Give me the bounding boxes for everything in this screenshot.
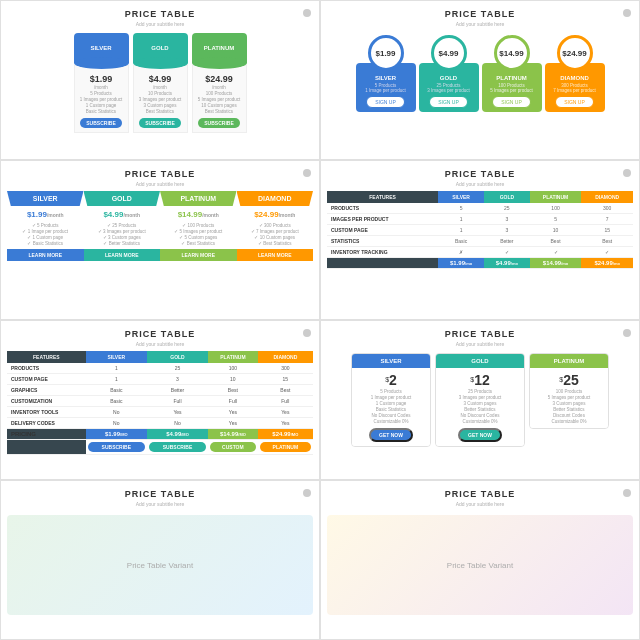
p8-placeholder: Price Table Variant: [447, 561, 513, 570]
panel-8-title: PRICE TABLE: [445, 489, 515, 499]
p5-gold-btn[interactable]: SUBSCRIBE: [149, 442, 206, 452]
row-prices: $1.99/mo $4.99/mo $14.99/mo $24.99/mo: [327, 258, 633, 269]
panel-8: PRICE TABLE Add your subtitle here Price…: [320, 480, 640, 640]
p6-silver-card: SILVER $2 5 Products 1 Image per product…: [351, 353, 431, 447]
p2-silver: $1.99 SILVER 5 Products 1 Image per prod…: [356, 35, 416, 112]
p6-gold-price: $12: [470, 372, 489, 388]
silver-label: SILVER: [90, 45, 111, 51]
row-images: IMAGES PER PRODUCT 1357: [327, 214, 633, 225]
p2-silver-price: $1.99: [368, 35, 404, 71]
p3-col-gold: ✓ 25 Products ✓ 3 Images per product ✓ 3…: [84, 223, 161, 246]
silver-body: $1.99 /month 5 Products 1 Images per pro…: [74, 65, 129, 133]
p6-platinum-body: $25 100 Products 5 Images per product 3 …: [530, 368, 608, 428]
p2-gold: $4.99 GOLD 25 Products 3 Images per prod…: [419, 35, 479, 112]
row-products: PRODUCTS 525100300: [327, 203, 633, 214]
p6-platinum-card: PLATINUM $25 100 Products 5 Images per p…: [529, 353, 609, 429]
p5-row-inventory: INVENTORY TOOLS NoYesYesYes: [7, 407, 313, 418]
row-inventory: INVENTORY TRACKING ✗ ✓ ✓ ✓: [327, 247, 633, 258]
panel-4-subtitle: Add your subtitle here: [456, 181, 505, 187]
panel-3-btns: LEARN MORE LEARN MORE LEARN MORE LEARN M…: [7, 249, 313, 261]
p5-row-custom: CUSTOM PAGE 131015: [7, 374, 313, 385]
th-gold: GOLD: [484, 191, 530, 203]
silver-subscribe-btn[interactable]: SUBSCRIBE: [80, 118, 121, 128]
p3-diamond-header: DIAMOND: [237, 191, 314, 206]
panel-7-subtitle: Add your subtitle here: [136, 501, 185, 507]
p7-placeholder: Price Table Variant: [127, 561, 193, 570]
panel-4-title: PRICE TABLE: [445, 169, 515, 179]
panel-1-silver: SILVER $1.99 /month 5 Products 1 Images …: [74, 33, 129, 133]
p3-col-diamond: ✓ 300 Products ✓ 7 Images per product ✓ …: [237, 223, 314, 246]
p6-silver-btn[interactable]: GET NOW: [369, 428, 413, 442]
p5-th-silver: SILVER: [86, 351, 147, 363]
panel-8-dot: [623, 489, 631, 497]
panel-2-title: PRICE TABLE: [445, 9, 515, 19]
p6-silver-body: $2 5 Products 1 Image per product 1 Cust…: [352, 368, 430, 446]
p5-th-features: FEATURES: [7, 351, 86, 363]
p3-platinum-header: PLATINUM: [160, 191, 237, 206]
p6-silver-header: SILVER: [352, 354, 430, 368]
panel-4: PRICE TABLE Add your subtitle here FEATU…: [320, 160, 640, 320]
panel-6-subtitle: Add your subtitle here: [456, 341, 505, 347]
p3-col-silver: ✓ 5 Products ✓ 1 Image per product ✓ 1 C…: [7, 223, 84, 246]
panel-6-dot: [623, 329, 631, 337]
p6-gold-header: GOLD: [436, 354, 524, 368]
p5-platinum-btn[interactable]: CUSTOM: [210, 442, 256, 452]
panel-3-dot: [303, 169, 311, 177]
p2-platinum: $14.99 PLATINUM 100 Products 5 Images pe…: [482, 35, 542, 112]
platinum-subscribe-btn[interactable]: SUBSCRIBE: [198, 118, 239, 128]
p3-diamond-btn[interactable]: LEARN MORE: [237, 249, 314, 261]
panel-2-subtitle: Add your subtitle here: [456, 21, 505, 27]
panel-4-dot: [623, 169, 631, 177]
p3-diamond-price: $24.99/month: [237, 208, 314, 221]
panel-3-prices: $1.99/month $4.99/month $14.99/month $24…: [7, 208, 313, 221]
panel-1-gold: GOLD $4.99 /month 10 Products 3 Images p…: [133, 33, 188, 133]
panel-1-platinum: PLATINUM $24.99 /month 100 Products 5 Im…: [192, 33, 247, 133]
gold-subscribe-btn[interactable]: SUBSCRIBE: [139, 118, 180, 128]
panel-3-title: PRICE TABLE: [125, 169, 195, 179]
p2-platinum-btn[interactable]: SIGN UP: [492, 96, 531, 108]
p3-gold-price: $4.99/month: [84, 208, 161, 221]
th-platinum: PLATINUM: [530, 191, 582, 203]
panel-1-subtitle: Add your subtitle here: [136, 21, 185, 27]
p6-platinum-price: $25: [559, 372, 578, 388]
p3-silver-btn[interactable]: LEARN MORE: [7, 249, 84, 261]
p6-platinum-header: PLATINUM: [530, 354, 608, 368]
platinum-header: PLATINUM: [192, 33, 247, 63]
p3-col-platinum: ✓ 100 Products ✓ 5 Images per product ✓ …: [160, 223, 237, 246]
p5-th-platinum: PLATINUM: [208, 351, 258, 363]
p5-th-gold: GOLD: [147, 351, 208, 363]
panel-5-title: PRICE TABLE: [125, 329, 195, 339]
p2-diamond: $24.99 DIAMOND 300 Products 7 Images per…: [545, 35, 605, 112]
p5-th-diamond: DIAMOND: [258, 351, 313, 363]
panel-6: PRICE TABLE Add your subtitle here SILVE…: [320, 320, 640, 480]
gold-price: $4.99: [149, 74, 172, 84]
p5-row-products: PRODUCTS 125100300: [7, 363, 313, 374]
panel-7: PRICE TABLE Add your subtitle here Price…: [0, 480, 320, 640]
p6-gold-btn[interactable]: GET NOW: [458, 428, 502, 442]
th-diamond: DIAMOND: [581, 191, 633, 203]
panel-1-cards: SILVER $1.99 /month 5 Products 1 Images …: [7, 33, 313, 133]
p5-diamond-btn[interactable]: PLATINUM: [260, 442, 311, 452]
p6-silver-price: $2: [385, 372, 397, 388]
platinum-label: PLATINUM: [204, 45, 235, 51]
p3-platinum-price: $14.99/month: [160, 208, 237, 221]
panel-3-headers: SILVER GOLD PLATINUM DIAMOND: [7, 191, 313, 206]
p5-row-delivery: DELIVERY CODES NoNoYesYes: [7, 418, 313, 429]
p3-platinum-btn[interactable]: LEARN MORE: [160, 249, 237, 261]
p5-silver-btn[interactable]: SUBSCRIBE: [88, 442, 145, 452]
panel-5-table: FEATURES SILVER GOLD PLATINUM DIAMOND PR…: [7, 351, 313, 455]
p5-row-btns: SUBSCRIBE SUBSCRIBE CUSTOM PLATINUM: [7, 440, 313, 455]
row-stats: STATISTICS BasicBetterBestBest: [327, 236, 633, 247]
p2-diamond-btn[interactable]: SIGN UP: [555, 96, 594, 108]
panel-3-rows: ✓ 5 Products ✓ 1 Image per product ✓ 1 C…: [7, 223, 313, 246]
gold-body: $4.99 /month 10 Products 3 Images per pr…: [133, 65, 188, 133]
p6-gold-body: $12 25 Products 3 Images per product 3 C…: [436, 368, 524, 446]
th-silver: SILVER: [438, 191, 484, 203]
panel-5-subtitle: Add your subtitle here: [136, 341, 185, 347]
p6-gold-card: GOLD $12 25 Products 3 Images per produc…: [435, 353, 525, 447]
p3-gold-btn[interactable]: LEARN MORE: [84, 249, 161, 261]
p2-gold-btn[interactable]: SIGN UP: [429, 96, 468, 108]
panel-1-dot: [303, 9, 311, 17]
p2-silver-btn[interactable]: SIGN UP: [366, 96, 405, 108]
panel-8-subtitle: Add your subtitle here: [456, 501, 505, 507]
